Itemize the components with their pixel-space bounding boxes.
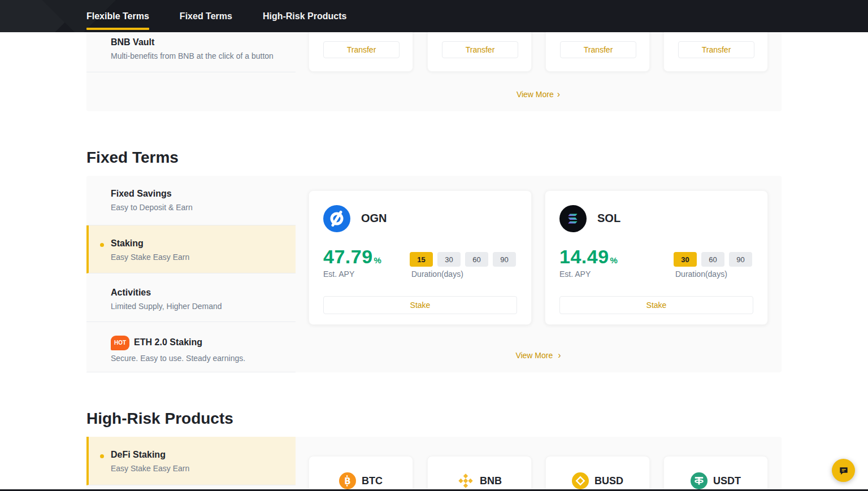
sidebar-item-subtitle: Easy Stake Easy Earn bbox=[111, 253, 284, 262]
high-risk-products-heading: High-Risk Products bbox=[86, 410, 233, 428]
apy-label: Est. APY bbox=[559, 270, 591, 279]
stake-button[interactable]: Stake bbox=[559, 296, 753, 314]
sidebar-item-title: Fixed Savings bbox=[111, 188, 284, 199]
percent-sign: % bbox=[374, 255, 382, 265]
btc-icon: B bbox=[339, 472, 356, 489]
coin-card-usdt[interactable]: USDT bbox=[663, 456, 768, 491]
high-risk-panel: DeFi Staking Easy Stake Easy Earn B BTC bbox=[86, 437, 782, 491]
coin-symbol: BNB bbox=[480, 475, 502, 487]
percent-sign: % bbox=[610, 255, 618, 265]
stake-button[interactable]: Stake bbox=[323, 296, 517, 314]
coin-symbol: USDT bbox=[713, 475, 741, 487]
staking-card-ogn: OGN 47.79% Est. APY 15 30 60 90 Duration… bbox=[309, 190, 532, 325]
coin-symbol: BUSD bbox=[594, 475, 623, 487]
apy-number: 47.79 bbox=[323, 246, 373, 267]
duration-label: Duration(days) bbox=[675, 270, 727, 279]
active-dot-icon bbox=[100, 243, 104, 247]
ogn-logo-icon bbox=[323, 205, 350, 232]
sidebar-item-subtitle: Easy to Deposit & Earn bbox=[111, 203, 284, 212]
view-more-label: View More bbox=[515, 351, 553, 360]
chevron-right-icon: › bbox=[557, 90, 560, 98]
apy-value: 47.79% bbox=[323, 246, 381, 268]
view-more-label: View More bbox=[517, 90, 554, 99]
active-dot-icon bbox=[100, 454, 104, 458]
duration-selector: 30 60 90 bbox=[674, 252, 752, 267]
transfer-button[interactable]: Transfer bbox=[678, 41, 754, 58]
duration-chip-60[interactable]: 60 bbox=[465, 252, 488, 267]
coin-card-btc[interactable]: B BTC bbox=[309, 456, 413, 491]
chat-icon bbox=[838, 465, 849, 476]
svg-text:B: B bbox=[344, 476, 350, 486]
sidebar-item-title: HOTETH 2.0 Staking bbox=[111, 336, 284, 350]
transfer-button[interactable]: Transfer bbox=[442, 41, 518, 58]
bnb-icon bbox=[457, 472, 474, 489]
sidebar-item-subtitle: Secure. Easy to use. Steady earnings. bbox=[111, 354, 284, 363]
chevron-right-icon: › bbox=[558, 351, 561, 359]
coin-symbol: BTC bbox=[362, 475, 383, 487]
duration-chip-30[interactable]: 30 bbox=[674, 252, 697, 267]
asset-symbol: OGN bbox=[361, 212, 387, 225]
asset-symbol: SOL bbox=[597, 212, 620, 225]
sidebar-item-subtitle: Multi-benefits from BNB at the click of … bbox=[111, 51, 286, 60]
view-more-link[interactable]: View More › bbox=[309, 90, 768, 99]
sidebar-item-title-text: ETH 2.0 Staking bbox=[134, 337, 202, 347]
duration-chip-30[interactable]: 30 bbox=[437, 252, 461, 267]
top-nav: Flexible Terms Fixed Terms High-Risk Pro… bbox=[0, 0, 868, 32]
fixed-terms-panel: Fixed Savings Easy to Deposit & Earn Sta… bbox=[86, 176, 782, 372]
duration-chip-15[interactable]: 15 bbox=[410, 252, 433, 267]
tab-high-risk-products[interactable]: High-Risk Products bbox=[263, 0, 346, 32]
hot-badge-icon: HOT bbox=[111, 336, 129, 350]
sidebar-item-eth2-staking[interactable]: HOTETH 2.0 Staking Secure. Easy to use. … bbox=[86, 322, 296, 372]
sidebar-item-fixed-savings[interactable]: Fixed Savings Easy to Deposit & Earn bbox=[86, 176, 296, 225]
duration-chip-60[interactable]: 60 bbox=[701, 252, 724, 267]
duration-selector: 15 30 60 90 bbox=[410, 252, 516, 267]
apy-value: 14.49% bbox=[559, 246, 618, 268]
busd-icon bbox=[572, 472, 589, 489]
sidebar-item-title: Staking bbox=[111, 238, 284, 249]
usdt-icon bbox=[691, 472, 708, 489]
duration-label: Duration(days) bbox=[411, 270, 463, 279]
sidebar-item-activities[interactable]: Activities Limited Supply, Higher Demand bbox=[86, 273, 296, 322]
duration-chip-90[interactable]: 90 bbox=[729, 252, 752, 267]
sidebar-item-subtitle: Limited Supply, Higher Demand bbox=[111, 302, 284, 311]
view-more-link[interactable]: View More › bbox=[309, 351, 768, 360]
sidebar-item-staking[interactable]: Staking Easy Stake Easy Earn bbox=[86, 225, 296, 273]
apy-label: Est. APY bbox=[323, 270, 354, 279]
tab-flexible-terms[interactable]: Flexible Terms bbox=[86, 0, 149, 32]
sidebar-item-title: DeFi Staking bbox=[111, 449, 284, 460]
apy-number: 14.49 bbox=[559, 246, 609, 267]
sidebar-item-title: Activities bbox=[111, 287, 284, 298]
sidebar-item-subtitle: Easy Stake Easy Earn bbox=[111, 464, 284, 473]
tab-fixed-terms[interactable]: Fixed Terms bbox=[180, 0, 232, 32]
sidebar-item-defi-staking[interactable]: DeFi Staking Easy Stake Easy Earn bbox=[86, 437, 296, 485]
sidebar-item-title: BNB Vault bbox=[111, 37, 154, 47]
staking-card-sol: SOL 14.49% Est. APY 30 60 90 Duration(da… bbox=[545, 190, 768, 325]
transfer-button[interactable]: Transfer bbox=[560, 41, 636, 58]
coin-card-busd[interactable]: BUSD bbox=[545, 456, 650, 491]
sol-logo-icon bbox=[559, 205, 587, 232]
fixed-terms-heading: Fixed Terms bbox=[86, 149, 179, 167]
transfer-button[interactable]: Transfer bbox=[323, 41, 400, 58]
chat-button[interactable] bbox=[832, 459, 855, 482]
duration-chip-90[interactable]: 90 bbox=[493, 252, 516, 267]
coin-card-bnb[interactable]: BNB bbox=[427, 456, 532, 491]
